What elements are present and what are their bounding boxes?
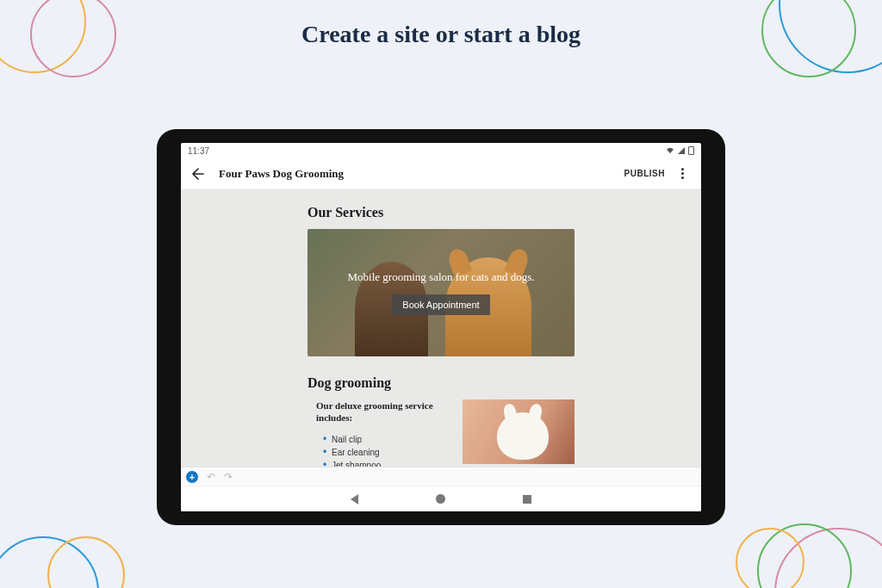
redo-button[interactable]: ↷ — [224, 471, 233, 483]
more-menu-button[interactable] — [672, 164, 693, 184]
tablet-frame: 11:37 Four Paws Dog Grooming PUBLISH Our… — [157, 129, 725, 525]
hero-tagline[interactable]: Mobile grooming salon for cats and dogs. — [348, 270, 535, 284]
deluxe-lead-text[interactable]: Our deluxe grooming service includes: — [316, 399, 447, 424]
list-item[interactable]: Nail clip — [323, 433, 447, 446]
status-bar: 11:37 — [181, 143, 701, 158]
page-title: Four Paws Dog Grooming — [219, 167, 344, 181]
list-item[interactable]: Ear cleaning — [323, 446, 447, 459]
nav-home-button[interactable] — [436, 494, 445, 504]
book-appointment-button[interactable]: Book Appointment — [392, 294, 489, 315]
hero-block[interactable]: Mobile grooming salon for cats and dogs.… — [307, 229, 575, 356]
wifi-icon — [666, 147, 674, 154]
nav-back-button[interactable] — [351, 494, 358, 504]
plus-icon: + — [189, 472, 195, 482]
dog-illustration — [497, 412, 549, 460]
signal-icon — [677, 147, 686, 154]
decor-circle — [736, 528, 804, 588]
publish-button[interactable]: PUBLISH — [624, 169, 665, 178]
editor-canvas[interactable]: Our Services Mobile grooming salon for c… — [181, 189, 701, 486]
app-toolbar: Four Paws Dog Grooming PUBLISH — [181, 158, 701, 189]
heading-dog-grooming[interactable]: Dog grooming — [307, 375, 575, 391]
add-block-button[interactable]: + — [186, 471, 198, 483]
editor-toolbar: + ↶ ↷ — [181, 467, 701, 486]
android-nav-bar — [181, 486, 701, 511]
heading-services[interactable]: Our Services — [307, 205, 575, 220]
nav-recents-button[interactable] — [523, 495, 531, 504]
tablet-screen: 11:37 Four Paws Dog Grooming PUBLISH Our… — [181, 143, 701, 511]
undo-button[interactable]: ↶ — [207, 471, 215, 483]
back-button[interactable] — [189, 165, 207, 183]
battery-icon — [688, 146, 694, 155]
grooming-image[interactable] — [463, 399, 575, 464]
more-vertical-icon — [681, 168, 684, 179]
status-time: 11:37 — [188, 146, 209, 156]
promo-headline: Create a site or start a blog — [0, 21, 882, 48]
services-list[interactable]: Nail clip Ear cleaning Jet shampoo — [316, 433, 447, 472]
arrow-left-icon — [191, 167, 205, 181]
